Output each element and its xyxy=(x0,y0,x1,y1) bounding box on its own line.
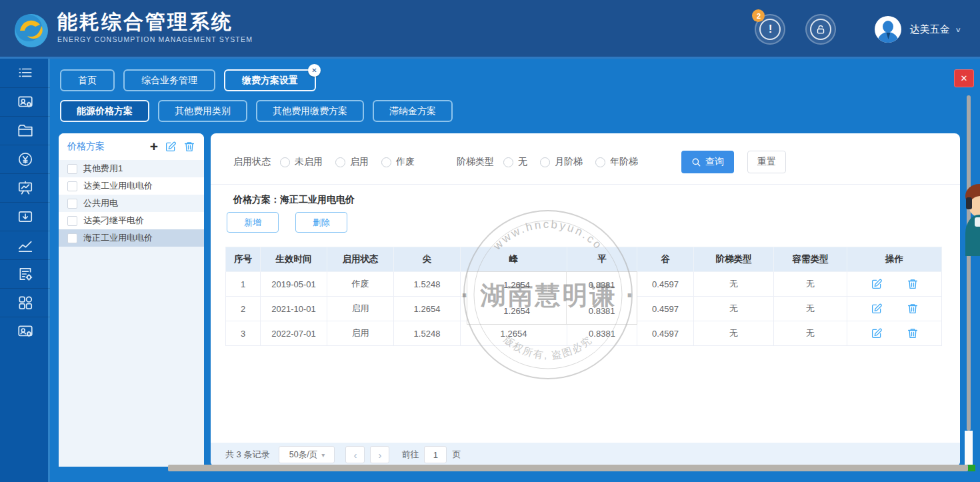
subtab-other-fee-category[interactable]: 其他费用类别 xyxy=(158,100,247,122)
col-valley: 谷 xyxy=(637,247,694,272)
horizontal-scrollbar[interactable] xyxy=(168,465,968,471)
reset-button[interactable]: 重置 xyxy=(747,151,786,173)
radio-tier-yearly[interactable]: 年阶梯 xyxy=(595,156,638,168)
price-plan-panel-title: 价格方案 xyxy=(67,141,105,153)
scroll-corner-indicator xyxy=(968,465,975,471)
sidebar-item-user-card-2[interactable] xyxy=(0,317,50,345)
col-operations: 操作 xyxy=(847,247,942,272)
radio-icon[interactable] xyxy=(381,157,391,167)
radio-tier-monthly[interactable]: 月阶梯 xyxy=(540,156,583,168)
col-flat: 平 xyxy=(567,247,637,272)
row-edit-icon[interactable] xyxy=(871,278,883,290)
plan-list-item[interactable]: 其他费用1 xyxy=(59,160,204,177)
subtab-late-fee-plan[interactable]: 滞纳金方案 xyxy=(373,100,453,122)
next-page-button[interactable]: › xyxy=(370,446,389,463)
price-plan-panel: 价格方案 + 其他费用1 达美工业用电电价 公共用电 达美刁继平电价 海正工业用… xyxy=(59,133,204,467)
plan-checkbox[interactable] xyxy=(67,233,77,243)
username[interactable]: 达美五金 xyxy=(909,23,949,36)
add-plan-icon[interactable]: + xyxy=(150,141,158,153)
tab-home[interactable]: 首页 xyxy=(60,69,115,91)
status-filter-label: 启用状态 xyxy=(233,156,271,168)
radio-icon[interactable] xyxy=(280,157,290,167)
plan-checkbox[interactable] xyxy=(67,181,77,191)
tab-business-management[interactable]: 综合业务管理 xyxy=(123,69,215,91)
app-logo xyxy=(11,9,52,50)
search-icon xyxy=(691,157,701,167)
edit-plan-icon[interactable] xyxy=(165,141,177,153)
prev-page-button[interactable]: ‹ xyxy=(345,446,365,463)
sidebar-nav xyxy=(0,59,50,482)
user-avatar[interactable] xyxy=(875,16,901,43)
plan-checkbox[interactable] xyxy=(67,216,77,226)
col-status: 启用状态 xyxy=(327,247,394,272)
list-menu-icon xyxy=(17,65,34,82)
record-count: 共 3 条记录 xyxy=(225,449,269,461)
radio-tier-none[interactable]: 无 xyxy=(503,156,527,168)
row-delete-icon[interactable] xyxy=(907,303,919,315)
plan-list-item[interactable]: 达美刁继平电价 xyxy=(59,212,204,229)
sidebar-item-trend[interactable] xyxy=(0,231,50,259)
radio-icon[interactable] xyxy=(540,157,550,167)
presentation-chart-icon xyxy=(17,179,34,197)
col-capacity-type: 容需类型 xyxy=(774,247,847,272)
radio-status-voided[interactable]: 作废 xyxy=(381,156,415,168)
app-title: 能耗综合管理系统 xyxy=(57,11,253,33)
page-unit-label: 页 xyxy=(452,449,461,461)
section-divider xyxy=(211,184,960,185)
current-scheme-line: 价格方案：海正工业用电电价 xyxy=(233,194,355,206)
service-avatar-collar xyxy=(975,217,980,227)
tab-payment-plan-settings[interactable]: 缴费方案设置 ✕ xyxy=(224,69,316,91)
row-delete-icon[interactable] xyxy=(907,327,919,339)
scheme-label: 价格方案： xyxy=(233,194,280,205)
radio-icon[interactable] xyxy=(335,157,345,167)
close-page-button[interactable]: ✕ xyxy=(954,69,974,87)
add-button[interactable]: 新增 xyxy=(227,212,279,233)
notifications-button[interactable]: 2 ! xyxy=(755,14,785,45)
sidebar-item-import[interactable] xyxy=(0,202,50,231)
alert-icon: ! xyxy=(759,19,781,40)
tab-close-icon[interactable]: ✕ xyxy=(308,64,321,77)
sidebar-item-currency[interactable] xyxy=(0,145,50,173)
apps-grid-icon xyxy=(17,294,34,311)
table-row: 1 2019-05-01 作废 1.5248 1.2654 0.8381 0.4… xyxy=(226,272,942,297)
sidebar-item-user-card[interactable] xyxy=(0,87,50,116)
subtab-energy-price-plan[interactable]: 能源价格方案 xyxy=(60,100,149,122)
row-edit-icon[interactable] xyxy=(871,303,883,315)
sidebar-item-list-menu[interactable] xyxy=(0,59,50,87)
customer-service-widget[interactable] xyxy=(965,184,980,269)
document-gear-icon xyxy=(17,265,34,283)
row-delete-icon[interactable] xyxy=(907,278,919,290)
delete-plan-icon[interactable] xyxy=(183,141,195,153)
dropdown-arrow-icon: ▾ xyxy=(321,451,325,459)
breadcrumb-tabs: 首页 综合业务管理 缴费方案设置 ✕ xyxy=(60,69,316,91)
user-menu-chevron-icon[interactable]: ∨ xyxy=(955,25,961,33)
radio-status-enabled[interactable]: 启用 xyxy=(335,156,369,168)
sidebar-item-dashboard-board[interactable] xyxy=(0,173,50,202)
plan-list-item[interactable]: 达美工业用电电价 xyxy=(59,177,204,195)
plan-list-item[interactable]: 公共用电 xyxy=(59,195,204,212)
plan-checkbox[interactable] xyxy=(67,164,77,174)
plan-checkbox[interactable] xyxy=(67,199,77,209)
sidebar-item-apps[interactable] xyxy=(0,288,50,317)
sidebar-item-folder[interactable] xyxy=(0,116,50,145)
vertical-scrollbar-track[interactable] xyxy=(965,431,973,465)
scheme-value: 海正工业用电电价 xyxy=(280,194,355,205)
pagination-bar: 共 3 条记录 50条/页 ▾ ‹ › 前往 页 xyxy=(211,443,960,467)
radio-icon[interactable] xyxy=(595,157,605,167)
radio-status-disabled[interactable]: 未启用 xyxy=(280,156,323,168)
page-number-input[interactable] xyxy=(424,446,447,463)
headset-icon xyxy=(966,197,972,209)
folder-download-icon xyxy=(17,208,34,225)
close-icon: ✕ xyxy=(961,73,968,83)
delete-button[interactable]: 删除 xyxy=(295,212,347,233)
table-row: 3 2022-07-01 启用 1.5248 1.2654 0.8381 0.4… xyxy=(226,321,942,346)
radio-icon[interactable] xyxy=(503,157,513,167)
page-size-select[interactable]: 50条/页 ▾ xyxy=(279,446,335,463)
row-edit-icon[interactable] xyxy=(871,327,883,339)
query-button[interactable]: 查询 xyxy=(681,151,734,173)
plan-list-item-selected[interactable]: 海正工业用电电价 xyxy=(59,229,204,247)
subtab-other-fee-payment-plan[interactable]: 其他费用缴费方案 xyxy=(256,100,364,122)
lock-screen-button[interactable] xyxy=(805,14,836,45)
sidebar-item-report-settings[interactable] xyxy=(0,259,50,288)
table-header-row: 序号 生效时间 启用状态 尖 峰 平 谷 阶梯类型 容需类型 操作 xyxy=(226,247,942,272)
